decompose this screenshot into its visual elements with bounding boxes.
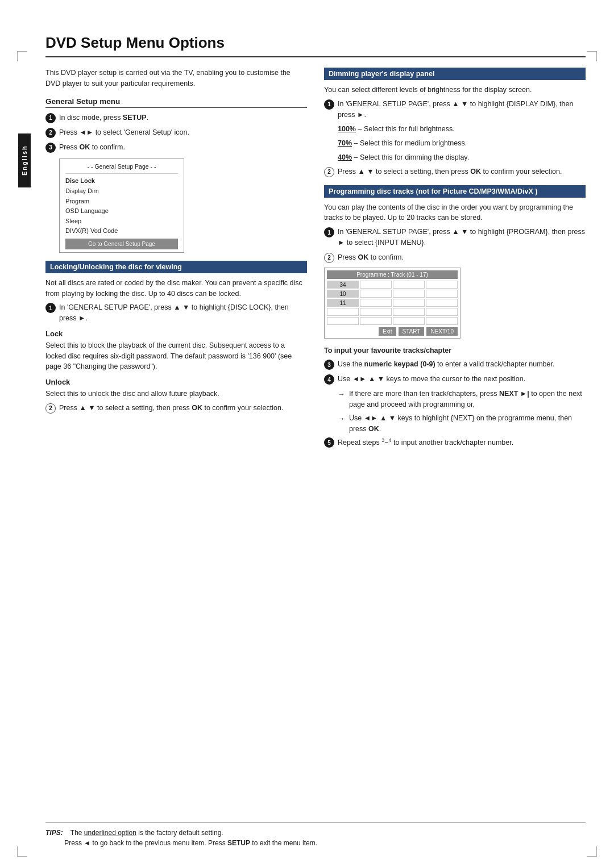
ok-bold-3: OK [470, 168, 481, 176]
prog-cell [393, 299, 425, 307]
prog-cell [426, 308, 458, 316]
dimming-40: 40% – Select this for dimming the displa… [338, 152, 586, 163]
tips-line2: Press ◄ to go back to the previous menu … [64, 839, 317, 847]
prog-step-2-text: Press OK to confirm. [338, 252, 586, 263]
exit-btn: Exit [379, 327, 396, 336]
menu-item-sleep: Sleep [65, 216, 178, 227]
general-step-3: 3 Press OK to confirm. [45, 142, 307, 153]
menu-item-osd-language: OSD Language [65, 206, 178, 216]
step-ref-4: 4 [388, 437, 391, 443]
programming-intro: You can play the contents of the disc in… [324, 202, 586, 224]
tips-line1: The underlined option is the factory def… [70, 829, 223, 837]
prog-cell: 10 [327, 290, 359, 298]
pct-100: 100% [338, 125, 356, 133]
fav-step-1-text: Use the numeric keypad (0-9) to enter a … [338, 359, 586, 370]
setup-tips-bold: SETUP [227, 839, 250, 847]
start-btn: START [399, 327, 425, 336]
dimming-step-num-1: 1 [324, 99, 334, 110]
prog-step-num-1: 1 [324, 227, 334, 237]
general-step-1: 1 In disc mode, press SETUP. [45, 112, 307, 123]
locking-step-1: 1 In 'GENERAL SETUP PAGE', press ▲ ▼ to … [45, 302, 307, 324]
setup-bold: SETUP [123, 114, 147, 122]
fav-arrow-2: → Use ◄► ▲ ▼ keys to highlight {NEXT} on… [338, 413, 586, 435]
fav-arrow-2-text: Use ◄► ▲ ▼ keys to highlight {NEXT} on t… [349, 413, 586, 435]
prog-cell [426, 299, 458, 307]
corner-mark-bl [17, 846, 27, 857]
step-num-1: 1 [45, 113, 56, 123]
locking-step-2-text: Press ▲ ▼ to select a setting, then pres… [59, 403, 307, 414]
fav-step-2-text: Use ◄► ▲ ▼ keys to move the cursor to th… [338, 374, 586, 385]
general-step-2: 2 Press ◄► to select 'General Setup' ico… [45, 127, 307, 138]
corner-mark-tl [17, 51, 27, 61]
programme-footer: Exit START NEXT/10 [327, 327, 458, 336]
next10-btn: NEXT/10 [426, 327, 458, 336]
lock-subheader: Lock [45, 329, 307, 338]
pct-40: 40% [338, 153, 352, 161]
prog-cell [327, 317, 359, 325]
prog-cell [360, 299, 392, 307]
page-title: DVD Setup Menu Options [45, 34, 586, 57]
general-setup-header: General Setup menu [45, 97, 307, 108]
menu-box-title: - - General Setup Page - - [65, 162, 178, 174]
unlock-subheader: Unlock [45, 378, 307, 386]
dimming-step-1: 1 In 'GENERAL SETUP PAGE', press ▲ ▼ to … [324, 99, 586, 120]
arrow-sym-1: → [338, 389, 347, 400]
fav-arrow-1-text: If there are more than ten track/chapter… [349, 389, 586, 410]
next-bold: NEXT ►| [499, 390, 529, 398]
menu-item-divx: DIVX(R) Vod Code [65, 226, 178, 236]
general-step-2-text: Press ◄► to select 'General Setup' icon. [59, 127, 307, 138]
fav-step-num-1: 3 [324, 360, 334, 370]
menu-item-program: Program [65, 197, 178, 207]
locking-step-2: 2 Press ▲ ▼ to select a setting, then pr… [45, 403, 307, 414]
unlock-text: Select this to unlock the disc and allow… [45, 389, 307, 399]
prog-cell [426, 317, 458, 325]
locking-step-num-1: 1 [45, 303, 56, 313]
prog-step-num-2: 2 [324, 253, 334, 263]
prog-cell [327, 308, 359, 316]
page-container: English DVD Setup Menu Options This DVD … [0, 34, 614, 868]
prog-cell [360, 317, 392, 325]
dimming-step-2-text: Press ▲ ▼ to select a setting, then pres… [338, 166, 586, 177]
prog-cell: 11 [327, 299, 359, 307]
underlined-option: underlined option [84, 829, 136, 837]
intro-text: This DVD player setup is carried out via… [45, 68, 307, 89]
pct-70: 70% [338, 139, 352, 147]
prog-step-1: 1 In 'GENERAL SETUP PAGE', press ▲ ▼ to … [324, 227, 586, 248]
prog-cell [426, 290, 458, 298]
prog-cell [360, 281, 392, 289]
ok-bold-4: OK [358, 253, 368, 261]
fav-step-3-text: Repeat steps 3~4 to input another track/… [338, 437, 586, 448]
locking-step-num-2: 2 [45, 403, 56, 414]
locking-intro: Not all discs are rated or coded by the … [45, 278, 307, 299]
right-column: Dimming player's display panel You can s… [324, 68, 586, 452]
prog-cell [393, 317, 425, 325]
prog-cell: 34 [327, 281, 359, 289]
dimming-70: 70% – Select this for medium brightness. [338, 138, 586, 149]
locking-step-1-text: In 'GENERAL SETUP PAGE', press ▲ ▼ to hi… [59, 302, 307, 324]
dimming-100: 100% – Select this for full brightness. [338, 124, 586, 135]
setup-menu-box: - - General Setup Page - - Disc Lock Dis… [59, 158, 184, 253]
menu-item-display-dim: Display Dim [65, 186, 178, 197]
prog-cell [393, 290, 425, 298]
menu-item-disc-lock: Disc Lock [65, 176, 178, 186]
arrow-sym-2: → [338, 414, 347, 424]
dimming-intro: You can select different levels of brigh… [324, 85, 586, 95]
two-column-layout: This DVD player setup is carried out via… [45, 68, 586, 452]
general-step-3-text: Press OK to confirm. [59, 142, 307, 153]
dimming-header: Dimming player's display panel [324, 68, 586, 80]
dimming-step-num-2: 2 [324, 167, 334, 177]
left-column: This DVD player setup is carried out via… [45, 68, 307, 452]
fav-step-1: 3 Use the numeric keypad (0-9) to enter … [324, 359, 586, 370]
locking-header: Locking/Unlocking the disc for viewing [45, 261, 307, 273]
sidebar-language-tab: English [18, 133, 31, 187]
ok-bold-2: OK [192, 404, 202, 412]
general-step-1-text: In disc mode, press SETUP. [59, 112, 307, 123]
corner-mark-tr [587, 51, 597, 61]
fav-tracks-header: To input your favourite tracks/chapter [324, 345, 586, 356]
programme-grid: 34 10 11 [327, 281, 458, 325]
tips-label: TIPS: [45, 829, 63, 837]
step-num-3: 3 [45, 143, 56, 153]
fav-step-3: 5 Repeat steps 3~4 to input another trac… [324, 437, 586, 448]
ok-bold: OK [79, 143, 90, 151]
tips-section: TIPS: The underlined option is the facto… [45, 823, 586, 848]
